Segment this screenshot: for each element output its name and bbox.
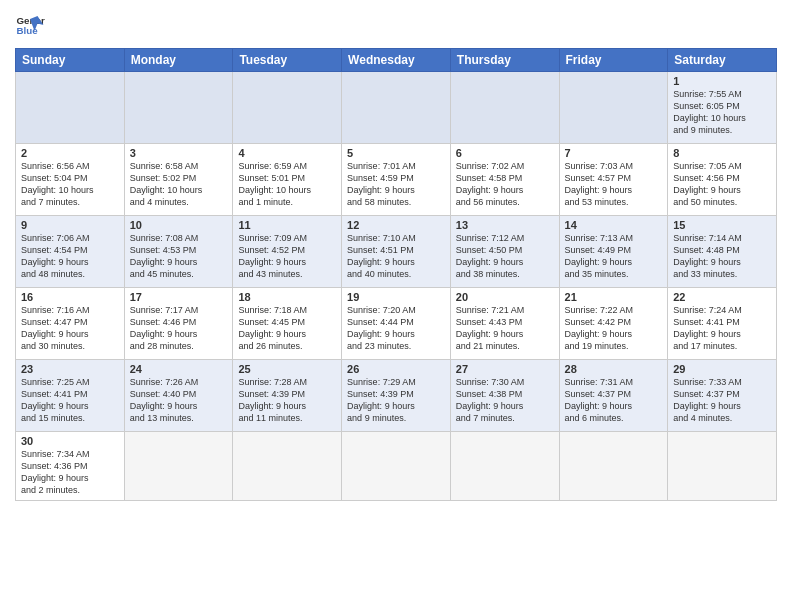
day-info: Sunrise: 7:30 AMSunset: 4:38 PMDaylight:… [456,376,554,425]
calendar-cell: 21Sunrise: 7:22 AMSunset: 4:42 PMDayligh… [559,288,668,360]
day-number: 24 [130,363,228,375]
day-number: 13 [456,219,554,231]
calendar-cell: 11Sunrise: 7:09 AMSunset: 4:52 PMDayligh… [233,216,342,288]
calendar-cell: 4Sunrise: 6:59 AMSunset: 5:01 PMDaylight… [233,144,342,216]
day-number: 26 [347,363,445,375]
calendar-cell [450,432,559,501]
day-number: 11 [238,219,336,231]
day-info: Sunrise: 7:13 AMSunset: 4:49 PMDaylight:… [565,232,663,281]
calendar-cell: 15Sunrise: 7:14 AMSunset: 4:48 PMDayligh… [668,216,777,288]
calendar-cell: 6Sunrise: 7:02 AMSunset: 4:58 PMDaylight… [450,144,559,216]
calendar-cell [124,432,233,501]
day-number: 8 [673,147,771,159]
weekday-header-monday: Monday [124,49,233,72]
day-info: Sunrise: 6:59 AMSunset: 5:01 PMDaylight:… [238,160,336,209]
day-info: Sunrise: 7:34 AMSunset: 4:36 PMDaylight:… [21,448,119,497]
weekday-header-row: SundayMondayTuesdayWednesdayThursdayFrid… [16,49,777,72]
calendar-cell: 26Sunrise: 7:29 AMSunset: 4:39 PMDayligh… [342,360,451,432]
calendar-cell [342,432,451,501]
calendar-cell [342,72,451,144]
logo: General Blue [15,10,45,40]
day-number: 21 [565,291,663,303]
calendar-cell: 17Sunrise: 7:17 AMSunset: 4:46 PMDayligh… [124,288,233,360]
weekday-header-tuesday: Tuesday [233,49,342,72]
day-info: Sunrise: 6:56 AMSunset: 5:04 PMDaylight:… [21,160,119,209]
calendar-cell: 22Sunrise: 7:24 AMSunset: 4:41 PMDayligh… [668,288,777,360]
day-info: Sunrise: 7:22 AMSunset: 4:42 PMDaylight:… [565,304,663,353]
calendar-cell: 13Sunrise: 7:12 AMSunset: 4:50 PMDayligh… [450,216,559,288]
page: General Blue SundayMondayTuesdayWednesda… [0,0,792,612]
day-info: Sunrise: 7:55 AMSunset: 6:05 PMDaylight:… [673,88,771,137]
calendar-week-row: 1Sunrise: 7:55 AMSunset: 6:05 PMDaylight… [16,72,777,144]
day-info: Sunrise: 7:24 AMSunset: 4:41 PMDaylight:… [673,304,771,353]
day-info: Sunrise: 6:58 AMSunset: 5:02 PMDaylight:… [130,160,228,209]
day-info: Sunrise: 7:16 AMSunset: 4:47 PMDaylight:… [21,304,119,353]
day-number: 2 [21,147,119,159]
calendar-cell: 23Sunrise: 7:25 AMSunset: 4:41 PMDayligh… [16,360,125,432]
day-number: 18 [238,291,336,303]
weekday-header-wednesday: Wednesday [342,49,451,72]
day-number: 23 [21,363,119,375]
calendar-cell [450,72,559,144]
header: General Blue [15,10,777,40]
day-info: Sunrise: 7:17 AMSunset: 4:46 PMDaylight:… [130,304,228,353]
day-info: Sunrise: 7:21 AMSunset: 4:43 PMDaylight:… [456,304,554,353]
calendar-cell: 30Sunrise: 7:34 AMSunset: 4:36 PMDayligh… [16,432,125,501]
generalblue-logo-icon: General Blue [15,10,45,40]
calendar-cell: 16Sunrise: 7:16 AMSunset: 4:47 PMDayligh… [16,288,125,360]
day-info: Sunrise: 7:09 AMSunset: 4:52 PMDaylight:… [238,232,336,281]
calendar-cell [233,432,342,501]
day-number: 20 [456,291,554,303]
calendar-cell: 18Sunrise: 7:18 AMSunset: 4:45 PMDayligh… [233,288,342,360]
day-number: 16 [21,291,119,303]
day-info: Sunrise: 7:33 AMSunset: 4:37 PMDaylight:… [673,376,771,425]
day-number: 25 [238,363,336,375]
day-info: Sunrise: 7:29 AMSunset: 4:39 PMDaylight:… [347,376,445,425]
calendar-cell: 10Sunrise: 7:08 AMSunset: 4:53 PMDayligh… [124,216,233,288]
day-info: Sunrise: 7:28 AMSunset: 4:39 PMDaylight:… [238,376,336,425]
calendar-cell: 5Sunrise: 7:01 AMSunset: 4:59 PMDaylight… [342,144,451,216]
calendar-cell: 25Sunrise: 7:28 AMSunset: 4:39 PMDayligh… [233,360,342,432]
day-number: 5 [347,147,445,159]
weekday-header-friday: Friday [559,49,668,72]
calendar-cell [124,72,233,144]
calendar-week-row: 9Sunrise: 7:06 AMSunset: 4:54 PMDaylight… [16,216,777,288]
calendar-week-row: 23Sunrise: 7:25 AMSunset: 4:41 PMDayligh… [16,360,777,432]
weekday-header-saturday: Saturday [668,49,777,72]
day-number: 3 [130,147,228,159]
calendar-cell: 7Sunrise: 7:03 AMSunset: 4:57 PMDaylight… [559,144,668,216]
day-number: 29 [673,363,771,375]
day-number: 1 [673,75,771,87]
calendar-cell: 12Sunrise: 7:10 AMSunset: 4:51 PMDayligh… [342,216,451,288]
day-number: 28 [565,363,663,375]
day-info: Sunrise: 7:03 AMSunset: 4:57 PMDaylight:… [565,160,663,209]
day-number: 12 [347,219,445,231]
day-info: Sunrise: 7:20 AMSunset: 4:44 PMDaylight:… [347,304,445,353]
calendar-cell: 28Sunrise: 7:31 AMSunset: 4:37 PMDayligh… [559,360,668,432]
calendar-week-row: 30Sunrise: 7:34 AMSunset: 4:36 PMDayligh… [16,432,777,501]
calendar-cell: 3Sunrise: 6:58 AMSunset: 5:02 PMDaylight… [124,144,233,216]
day-number: 6 [456,147,554,159]
calendar-cell: 2Sunrise: 6:56 AMSunset: 5:04 PMDaylight… [16,144,125,216]
calendar-table: SundayMondayTuesdayWednesdayThursdayFrid… [15,48,777,501]
day-info: Sunrise: 7:05 AMSunset: 4:56 PMDaylight:… [673,160,771,209]
day-info: Sunrise: 7:10 AMSunset: 4:51 PMDaylight:… [347,232,445,281]
day-info: Sunrise: 7:12 AMSunset: 4:50 PMDaylight:… [456,232,554,281]
calendar-cell: 8Sunrise: 7:05 AMSunset: 4:56 PMDaylight… [668,144,777,216]
calendar-cell: 19Sunrise: 7:20 AMSunset: 4:44 PMDayligh… [342,288,451,360]
calendar-cell [233,72,342,144]
day-number: 7 [565,147,663,159]
day-info: Sunrise: 7:18 AMSunset: 4:45 PMDaylight:… [238,304,336,353]
calendar-cell [668,432,777,501]
day-number: 14 [565,219,663,231]
day-number: 15 [673,219,771,231]
calendar-cell [559,432,668,501]
day-info: Sunrise: 7:08 AMSunset: 4:53 PMDaylight:… [130,232,228,281]
day-number: 19 [347,291,445,303]
calendar-cell: 9Sunrise: 7:06 AMSunset: 4:54 PMDaylight… [16,216,125,288]
day-number: 27 [456,363,554,375]
calendar-cell: 24Sunrise: 7:26 AMSunset: 4:40 PMDayligh… [124,360,233,432]
day-number: 22 [673,291,771,303]
day-info: Sunrise: 7:26 AMSunset: 4:40 PMDaylight:… [130,376,228,425]
weekday-header-thursday: Thursday [450,49,559,72]
